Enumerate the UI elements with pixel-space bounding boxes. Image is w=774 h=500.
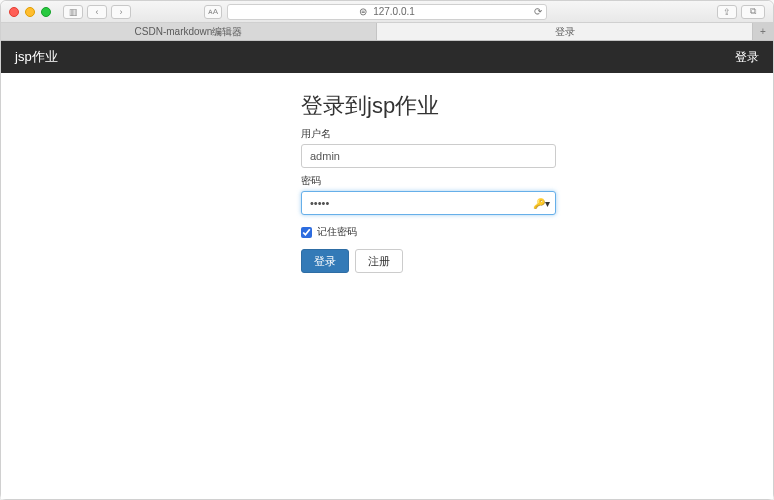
page-content: 登录到jsp作业 用户名 密码 🔑▾ 记住密码 登录 注册	[1, 73, 773, 499]
traffic-lights	[9, 7, 51, 17]
url-text: 127.0.0.1	[373, 6, 415, 17]
tab-login[interactable]: 登录	[377, 23, 753, 40]
brand[interactable]: jsp作业	[15, 48, 58, 66]
username-input[interactable]	[301, 144, 556, 168]
back-button[interactable]: ‹	[87, 5, 107, 19]
new-tab-button[interactable]: +	[753, 23, 773, 40]
password-input[interactable]	[301, 191, 556, 215]
address-bar[interactable]: ᴀA ⊜ 127.0.0.1 ⟳	[227, 4, 547, 20]
login-form: 登录到jsp作业 用户名 密码 🔑▾ 记住密码 登录 注册	[301, 91, 583, 273]
page-title: 登录到jsp作业	[301, 91, 583, 121]
tab-label: 登录	[555, 25, 575, 39]
tab-label: CSDN-markdown编辑器	[135, 25, 243, 39]
password-key-icon[interactable]: 🔑▾	[533, 198, 550, 209]
register-button-label: 注册	[368, 254, 390, 269]
remember-checkbox[interactable]	[301, 227, 312, 238]
refresh-icon[interactable]: ⟳	[534, 6, 542, 17]
tab-csdn-editor[interactable]: CSDN-markdown编辑器	[1, 23, 377, 40]
reader-mode-icon[interactable]: ᴀA	[204, 5, 222, 19]
password-label: 密码	[301, 174, 583, 188]
register-button[interactable]: 注册	[355, 249, 403, 273]
site-settings-icon[interactable]: ⊜	[359, 6, 367, 17]
browser-window: ▥ ‹ › ᴀA ⊜ 127.0.0.1 ⟳ ⇪ ⧉ CSDN-markdown…	[0, 0, 774, 500]
minimize-window-button[interactable]	[25, 7, 35, 17]
titlebar: ▥ ‹ › ᴀA ⊜ 127.0.0.1 ⟳ ⇪ ⧉	[1, 1, 773, 23]
sidebar-button[interactable]: ▥	[63, 5, 83, 19]
forward-button[interactable]: ›	[111, 5, 131, 19]
toolbar-left: ▥ ‹ ›	[63, 5, 131, 19]
login-button[interactable]: 登录	[301, 249, 349, 273]
close-window-button[interactable]	[9, 7, 19, 17]
login-button-label: 登录	[314, 254, 336, 269]
nav-login-link[interactable]: 登录	[735, 49, 759, 66]
zoom-window-button[interactable]	[41, 7, 51, 17]
tabs-overview-button[interactable]: ⧉	[741, 5, 765, 19]
tabbar: CSDN-markdown编辑器 登录 +	[1, 23, 773, 41]
app-navbar: jsp作业 登录	[1, 41, 773, 73]
share-button[interactable]: ⇪	[717, 5, 737, 19]
username-label: 用户名	[301, 127, 583, 141]
remember-label: 记住密码	[317, 225, 357, 239]
